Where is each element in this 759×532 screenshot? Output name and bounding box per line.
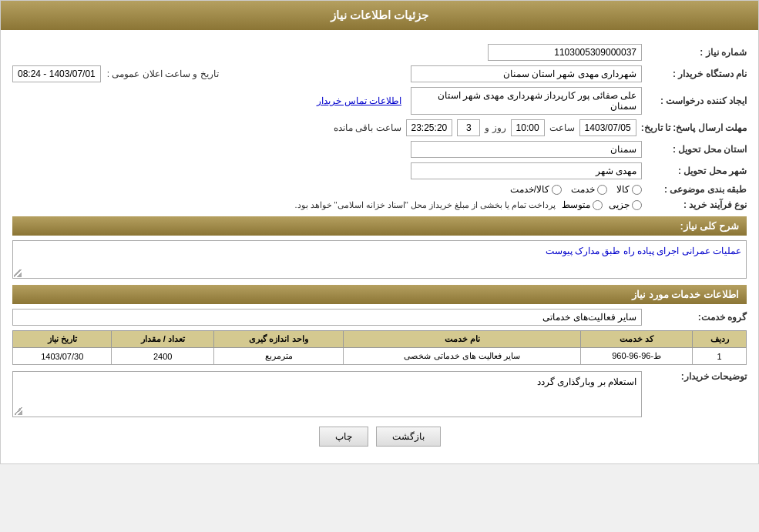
description-value: عملیات عمرانی اجرای پیاده راه طبق مدارک … <box>12 240 747 279</box>
process-text: پرداخت تمام یا بخشی از مبلغ خریداز محل "… <box>294 200 556 210</box>
resize-handle <box>14 269 22 277</box>
category-label: طبقه بندی موضوعی : <box>646 184 747 195</box>
category-goods-service-radio[interactable] <box>552 185 562 195</box>
deadline-days: 3 <box>457 119 480 136</box>
process-medium-radio[interactable] <box>593 200 603 210</box>
deadline-time-label: ساعت <box>549 122 575 133</box>
col-unit: واحد اندازه گیری <box>213 331 343 348</box>
process-medium-label: متوسط <box>562 199 590 210</box>
creator-value: علی صفائی پور کارپرداز شهرداری مهدی شهر … <box>411 87 642 115</box>
city-label: شهر محل تحویل : <box>646 166 747 176</box>
category-goods-service-label: کالا/خدمت <box>510 184 549 195</box>
col-service-name: نام خدمت <box>344 331 581 348</box>
cell-row_num: 1 <box>693 348 747 365</box>
services-table: ردیف کد خدمت نام خدمت واحد اندازه گیری ت… <box>12 330 747 365</box>
cell-service_name: سایر فعالیت های خدماتی شخصی <box>344 348 581 365</box>
announce-label: تاریخ و ساعت اعلان عمومی : <box>107 69 219 79</box>
creator-label: ایجاد کننده درخواست : <box>646 95 747 106</box>
col-date: تاریخ نیاز <box>13 331 112 348</box>
category-service-radio[interactable] <box>597 185 607 195</box>
deadline-date: 1403/07/05 <box>579 119 636 136</box>
col-service-code: کد خدمت <box>581 331 693 348</box>
back-button[interactable]: بازگشت <box>376 427 441 447</box>
deadline-time: 10:00 <box>511 119 545 136</box>
cell-service_code: ط-96-96-960 <box>581 348 693 365</box>
col-row-num: ردیف <box>693 331 747 348</box>
description-section-label: شرح کلی نیاز: <box>12 216 747 236</box>
buyer-org-value: شهرداری مهدی شهر استان سمنان <box>411 65 642 82</box>
province-label: استان محل تحویل : <box>646 144 747 155</box>
deadline-label: مهلت ارسال پاسخ: تا تاریخ: <box>641 122 747 133</box>
col-quantity: تعداد / مقدار <box>112 331 213 348</box>
category-service-label: خدمت <box>571 184 595 195</box>
deadline-remaining: 23:25:20 <box>406 119 453 136</box>
buyer-org-label: نام دستگاه خریدار : <box>646 69 747 79</box>
cell-date: 1403/07/30 <box>13 348 112 365</box>
cell-unit: مترمربع <box>213 348 343 365</box>
process-partial-label: جزیی <box>609 199 630 210</box>
print-button[interactable]: چاپ <box>319 427 368 447</box>
buyer-notes-value: استعلام بر وبارگذاری گردد <box>12 371 642 417</box>
need-number-value: 1103005309000037 <box>488 44 642 61</box>
category-goods-radio[interactable] <box>632 185 642 195</box>
process-partial-radio[interactable] <box>632 200 642 210</box>
deadline-days-label: روز و <box>485 122 505 133</box>
process-label: نوع فرآیند خرید : <box>646 199 747 210</box>
table-row: 1ط-96-96-960سایر فعالیت های خدماتی شخصیم… <box>13 348 747 365</box>
notes-resize-handle <box>15 407 22 415</box>
services-section-label: اطلاعات خدمات مورد نیاز <box>12 285 747 304</box>
province-value: سمنان <box>411 141 642 158</box>
need-number-label: شماره نیاز : <box>646 47 747 58</box>
contact-link[interactable]: اطلاعات تماس خریدار <box>317 95 401 106</box>
city-value: مهدی شهر <box>411 162 642 179</box>
service-group-label: گروه خدمت: <box>646 312 747 323</box>
category-goods-label: کالا <box>616 184 630 195</box>
page-title: جزئیات اطلاعات نیاز <box>1 1 758 30</box>
buyer-notes-label: توضیحات خریدار: <box>646 371 747 382</box>
service-group-value: سایر فعالیت‌های خدماتی <box>12 309 642 326</box>
cell-quantity: 2400 <box>112 348 213 365</box>
deadline-remaining-label: ساعت باقی مانده <box>334 122 401 133</box>
announce-value: 1403/07/01 - 08:24 <box>12 65 101 82</box>
